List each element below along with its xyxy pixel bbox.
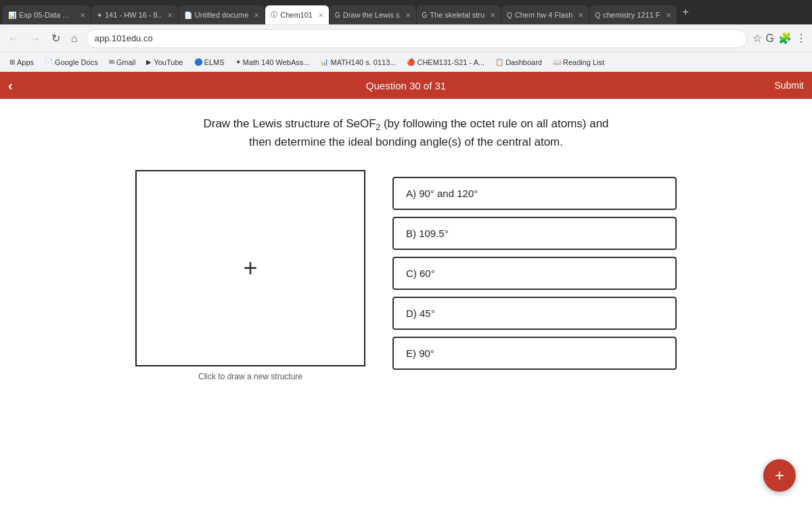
tab-tab5[interactable]: GDraw the Lewis s✕ xyxy=(330,5,416,24)
tab-tab1[interactable]: 📊Exp 05-Data She✕ xyxy=(3,5,91,24)
fab-button[interactable]: + xyxy=(763,459,796,492)
answer-option-c[interactable]: C) 60° xyxy=(392,257,677,290)
home-button[interactable]: ⌂ xyxy=(68,31,81,46)
question-header: ‹ Question 30 of 31 Submit xyxy=(0,72,812,99)
drawing-caption: Click to draw a new structure xyxy=(198,372,302,381)
bookmark-gmail[interactable]: ✉Gmail xyxy=(105,57,140,68)
bookmark-youtube[interactable]: ▶YouTube xyxy=(142,57,187,68)
bookmarks-bar: ⊞Apps📄Google Docs✉Gmail▶YouTube🔵ELMS✦Mat… xyxy=(0,51,812,72)
question-text: Draw the Lewis structure of SeOF2 (by fo… xyxy=(27,115,785,151)
bookmark-reading-list[interactable]: 📖Reading List xyxy=(549,57,608,68)
tab-tab3[interactable]: 📄Untitled docume✕ xyxy=(179,5,265,24)
main-content: Draw the Lewis structure of SeOF2 (by fo… xyxy=(0,99,812,508)
extensions-icon[interactable]: 🧩 xyxy=(778,32,792,45)
back-button[interactable]: ← xyxy=(5,31,22,46)
drawing-canvas[interactable]: + xyxy=(135,170,365,366)
drawing-panel: + Click to draw a new structure xyxy=(135,170,365,381)
bookmark-google-docs[interactable]: 📄Google Docs xyxy=(41,57,102,68)
bookmark-math140-s.-0113...[interactable]: 📊MATH140 s. 0113... xyxy=(316,57,400,68)
bookmark-chem131-s21---a...[interactable]: 🍎CHEM131-S21 - A... xyxy=(403,57,489,68)
forward-button[interactable]: → xyxy=(27,31,43,46)
submit-button[interactable]: Submit xyxy=(774,80,804,91)
back-question-button[interactable]: ‹ xyxy=(8,78,13,93)
star-icon[interactable]: ☆ xyxy=(752,32,762,45)
tab-tab7[interactable]: QChem hw 4 Flash✕ xyxy=(501,5,589,24)
tab-tab4[interactable]: ⓘChem101✕ xyxy=(265,5,329,24)
question-counter: Question 30 of 31 xyxy=(366,80,446,91)
tab-tab2[interactable]: ✦141 - HW 16 - 8..✕ xyxy=(91,5,178,24)
bookmark-apps[interactable]: ⊞Apps xyxy=(5,57,38,68)
new-tab-button[interactable]: + xyxy=(677,6,694,18)
tab-tab6[interactable]: GThe skeletal stru✕ xyxy=(417,5,501,24)
menu-icon[interactable]: ⋮ xyxy=(796,32,807,45)
refresh-button[interactable]: ↻ xyxy=(49,30,63,46)
answer-option-d[interactable]: D) 45° xyxy=(392,297,677,330)
answer-option-a[interactable]: A) 90° and 120° xyxy=(392,177,677,210)
content-area: + Click to draw a new structure A) 90° a… xyxy=(27,170,785,381)
bookmark-elms[interactable]: 🔵ELMS xyxy=(190,57,229,68)
answer-panel: A) 90° and 120°B) 109.5°C) 60°D) 45°E) 9… xyxy=(392,177,677,370)
bookmark-math-140-webass...[interactable]: ✦Math 140 WebAss... xyxy=(231,57,314,68)
url-input[interactable] xyxy=(86,29,747,48)
tab-bar: 📊Exp 05-Data She✕✦141 - HW 16 - 8..✕📄Unt… xyxy=(0,0,812,24)
answer-option-b[interactable]: B) 109.5° xyxy=(392,217,677,250)
bookmark-dashboard[interactable]: 📋Dashboard xyxy=(491,57,546,68)
answer-option-e[interactable]: E) 90° xyxy=(392,337,677,370)
address-bar: ← → ↻ ⌂ ☆ G 🧩 ⋮ xyxy=(0,24,812,51)
drawing-plus-icon: + xyxy=(243,254,257,282)
profile-icon[interactable]: G xyxy=(766,33,774,45)
toolbar-icons: ☆ G 🧩 ⋮ xyxy=(752,32,807,45)
tab-tab8[interactable]: Qchemistry 1211 F✕ xyxy=(589,5,676,24)
